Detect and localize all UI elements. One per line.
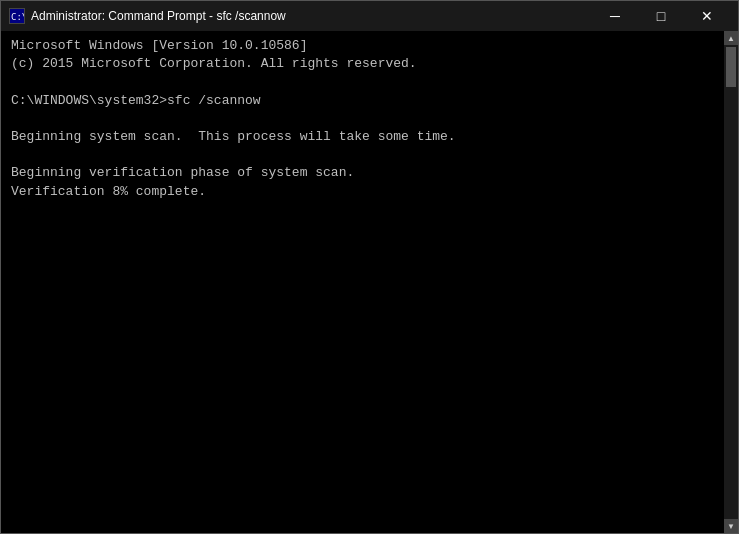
- minimize-button[interactable]: ─: [592, 1, 638, 31]
- svg-text:C:\: C:\: [11, 12, 24, 22]
- cmd-icon: C:\: [9, 8, 25, 24]
- terminal-output: Microsoft Windows [Version 10.0.10586] (…: [11, 37, 728, 201]
- scrollbar-track: [724, 45, 738, 519]
- scrollbar-up-button[interactable]: ▲: [724, 31, 738, 45]
- scrollbar-down-button[interactable]: ▼: [724, 519, 738, 533]
- title-bar: C:\ Administrator: Command Prompt - sfc …: [1, 1, 738, 31]
- window-controls: ─ □ ✕: [592, 1, 730, 31]
- scrollbar[interactable]: ▲ ▼: [724, 31, 738, 533]
- scrollbar-thumb[interactable]: [726, 47, 736, 87]
- terminal-wrapper: Microsoft Windows [Version 10.0.10586] (…: [1, 31, 738, 533]
- close-button[interactable]: ✕: [684, 1, 730, 31]
- window-title: Administrator: Command Prompt - sfc /sca…: [31, 9, 286, 23]
- maximize-button[interactable]: □: [638, 1, 684, 31]
- title-bar-left: C:\ Administrator: Command Prompt - sfc …: [9, 8, 286, 24]
- cmd-window: C:\ Administrator: Command Prompt - sfc …: [0, 0, 739, 534]
- terminal-content[interactable]: Microsoft Windows [Version 10.0.10586] (…: [1, 31, 738, 533]
